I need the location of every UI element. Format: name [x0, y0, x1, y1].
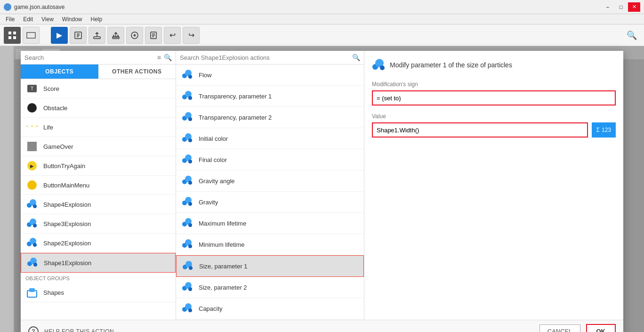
- score-icon: T: [25, 82, 39, 95]
- actions-search-icon[interactable]: 🔍: [352, 54, 360, 61]
- object-name-score: Score: [43, 85, 59, 92]
- object-groups-label: OBJECT GROUPS: [21, 273, 176, 283]
- file-btn[interactable]: [145, 27, 162, 44]
- dialog-overlay: ≡ 🔍 OBJECTS OTHER ACTIONS T: [0, 46, 644, 332]
- action-transparency2-icon: [181, 111, 194, 124]
- list-item[interactable]: ButtonMainMenu: [21, 176, 176, 195]
- list-item[interactable]: Obstacle: [21, 98, 176, 118]
- action-item[interactable]: Transparency, parameter 1: [176, 86, 364, 107]
- svg-point-51: [188, 181, 192, 185]
- build-btn[interactable]: [70, 27, 87, 44]
- tab-objects[interactable]: OBJECTS: [21, 65, 98, 79]
- params-column: Modify parameter 1 of the size of partic…: [364, 51, 623, 320]
- action-name-size2: Size, parameter 2: [199, 284, 247, 291]
- object-list: T Score Obstacle: [21, 79, 176, 320]
- object-name-shapes: Shapes: [43, 289, 64, 296]
- action-item[interactable]: Capacity: [176, 298, 364, 319]
- action-list: Flow Transparency, parameter 1: [176, 65, 364, 320]
- object-name-shape4explosion: Shape4Explosion: [43, 201, 91, 208]
- actions-column: 🔍 Flow: [176, 51, 364, 320]
- toolbar-grid-btn[interactable]: [4, 27, 21, 44]
- object-name-shape1explosion: Shape1Explosion: [44, 259, 91, 267]
- minimize-button[interactable]: −: [602, 2, 614, 12]
- add-btn[interactable]: [126, 27, 143, 44]
- expression-button[interactable]: Σ 123: [592, 122, 616, 138]
- tab-other-actions[interactable]: OTHER ACTIONS: [98, 65, 176, 79]
- list-item[interactable]: Shape3Explosion: [21, 214, 176, 234]
- toolbar-scene-btn[interactable]: [23, 27, 40, 44]
- app-icon: [4, 3, 11, 11]
- list-item[interactable]: ▶ ButtonTryAgain: [21, 156, 176, 176]
- list-item[interactable]: GameOver: [21, 137, 176, 156]
- svg-point-48: [188, 160, 192, 163]
- action-item[interactable]: Initial color: [176, 128, 364, 149]
- svg-point-12: [27, 103, 37, 113]
- svg-rect-6: [94, 37, 100, 39]
- value-input[interactable]: [372, 122, 588, 138]
- svg-rect-2: [8, 36, 11, 39]
- action-item[interactable]: Gravity angle: [176, 170, 364, 192]
- objects-search-input[interactable]: [24, 54, 154, 61]
- list-item-shapes[interactable]: Shapes: [21, 283, 176, 302]
- action-item[interactable]: Minimum lifetime: [176, 234, 364, 255]
- toolbar: ▶ ↩ ↪ 🔍: [0, 24, 644, 46]
- menu-window[interactable]: Window: [58, 15, 86, 24]
- action-minlifetime-icon: [181, 238, 194, 251]
- action-initialcolor-icon: [181, 132, 194, 145]
- buttontryagain-icon: ▶: [25, 159, 39, 172]
- svg-point-66: [188, 287, 192, 291]
- menu-help[interactable]: Help: [87, 15, 106, 24]
- undo-btn[interactable]: ↩: [164, 27, 181, 44]
- list-item[interactable]: T Score: [21, 79, 176, 98]
- action-item[interactable]: Maximum lifetime: [176, 213, 364, 234]
- play-btn[interactable]: ▶: [51, 27, 68, 44]
- svg-rect-33: [29, 288, 35, 292]
- list-item[interactable]: Shape2Explosion: [21, 234, 176, 253]
- action-item[interactable]: Final color: [176, 149, 364, 170]
- help-text[interactable]: HELP FOR THIS ACTION: [44, 328, 114, 332]
- menu-file[interactable]: File: [2, 15, 18, 24]
- modification-sign-select[interactable]: = (set to): [372, 90, 616, 105]
- svg-point-60: [188, 244, 192, 248]
- action-item[interactable]: Flow: [176, 65, 364, 86]
- list-item[interactable]: Life: [21, 118, 176, 137]
- cancel-button[interactable]: CANCEL: [539, 324, 580, 332]
- action-name-capacity: Capacity: [199, 305, 223, 312]
- action-item-selected[interactable]: Size, parameter 1: [176, 255, 364, 277]
- svg-point-25: [33, 224, 37, 227]
- dialog-footer: ? HELP FOR THIS ACTION CANCEL OK: [21, 320, 623, 332]
- close-button[interactable]: ✕: [628, 2, 640, 12]
- window-controls: − □ ✕: [602, 2, 640, 12]
- toolbar-search-btn[interactable]: 🔍: [623, 27, 640, 44]
- action-size1-icon: [181, 259, 194, 273]
- export2-btn[interactable]: [107, 27, 124, 44]
- action-item[interactable]: Size, parameter 2: [176, 277, 364, 298]
- export-btn[interactable]: [89, 27, 105, 44]
- shape2explosion-icon: [25, 236, 39, 250]
- object-name-shape3explosion: Shape3Explosion: [43, 220, 91, 227]
- svg-point-22: [33, 204, 37, 208]
- menu-edit[interactable]: Edit: [19, 15, 37, 24]
- actions-search-input[interactable]: [180, 54, 349, 61]
- ok-button[interactable]: OK: [586, 324, 616, 332]
- modification-sign-row: = (set to): [372, 90, 616, 105]
- shape1explosion-icon: [26, 256, 39, 269]
- action-name-minlifetime: Minimum lifetime: [199, 241, 245, 248]
- expr-btn-symbol: Σ: [596, 127, 600, 133]
- action-item[interactable]: Gravity: [176, 192, 364, 213]
- menu-view[interactable]: View: [38, 15, 57, 24]
- redo-btn[interactable]: ↪: [183, 27, 200, 44]
- search-icon[interactable]: 🔍: [164, 54, 172, 61]
- params-header-icon: [372, 58, 385, 72]
- object-name-shape2explosion: Shape2Explosion: [43, 240, 91, 247]
- list-item-selected[interactable]: Shape1Explosion: [21, 253, 176, 273]
- svg-rect-16: [27, 142, 37, 151]
- svg-point-69: [188, 308, 192, 312]
- help-icon[interactable]: ?: [28, 326, 39, 332]
- filter-icon[interactable]: ≡: [157, 54, 161, 61]
- action-item[interactable]: Transparency, parameter 2: [176, 107, 364, 128]
- svg-text:T: T: [31, 86, 33, 91]
- list-item[interactable]: Shape4Explosion: [21, 195, 176, 214]
- object-name-buttonmainmenu: ButtonMainMenu: [43, 182, 89, 189]
- maximize-button[interactable]: □: [615, 2, 627, 12]
